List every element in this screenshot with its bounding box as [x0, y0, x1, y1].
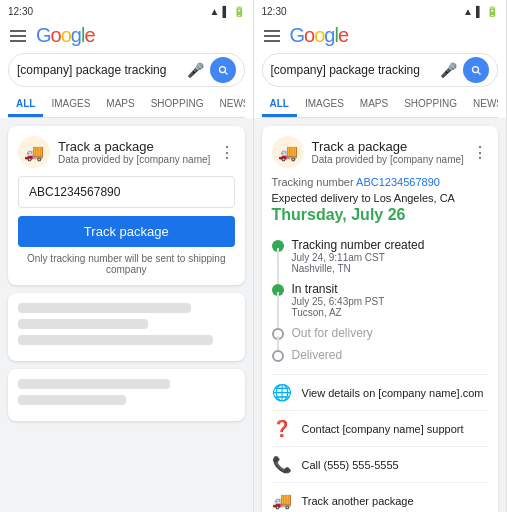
- mic-icon-left[interactable]: 🎤: [187, 62, 204, 78]
- action-row-1[interactable]: ❓Contact [company name] support: [272, 410, 489, 446]
- timeline-status-0: Tracking number created: [292, 238, 489, 252]
- timeline-dot-3: [272, 350, 284, 362]
- more-icon-right[interactable]: ⋮: [472, 143, 488, 162]
- tracking-input-left[interactable]: [18, 176, 235, 208]
- timeline: Tracking number createdJuly 24, 9:11am C…: [272, 234, 489, 366]
- logo-e: e: [84, 24, 94, 47]
- tab-images-right[interactable]: IMAGES: [297, 93, 352, 117]
- timeline-detail2-0: Nashville, TN: [292, 263, 489, 274]
- actions-container: 🌐View details on [company name].com❓Cont…: [272, 374, 489, 512]
- timeline-detail2-1: Tucson, AZ: [292, 307, 489, 318]
- timeline-item-1: In transitJuly 25, 6:43pm PSTTucson, AZ: [272, 278, 489, 322]
- logo-g-r: G: [290, 24, 305, 47]
- logo-g: G: [36, 24, 51, 47]
- timeline-detail1-0: July 24, 9:11am CST: [292, 252, 489, 263]
- action-row-2[interactable]: 📞Call (555) 555-5555: [272, 446, 489, 482]
- tracking-card-left: 🚚 Track a package Data provided by [comp…: [8, 126, 245, 285]
- status-time-right: 12:30: [262, 6, 287, 17]
- tab-images-left[interactable]: IMAGES: [43, 93, 98, 117]
- card-subtitle-left: Data provided by [company name]: [58, 154, 210, 165]
- wifi-icon-right: ▲: [463, 6, 473, 17]
- tab-news-left[interactable]: NEWS: [212, 93, 245, 117]
- action-label-0: View details on [company name].com: [302, 387, 484, 399]
- action-icon-2: 📞: [272, 455, 292, 474]
- tracking-card-right: 🚚 Track a package Data provided by [comp…: [262, 126, 499, 512]
- right-phone: 12:30 ▲ ▌ 🔋 G o o g l e 🎤: [254, 0, 508, 512]
- truck-icon-left: 🚚: [18, 136, 50, 168]
- delivery-date: Thursday, July 26: [272, 206, 489, 224]
- logo-e-r: e: [338, 24, 348, 47]
- header-top-left: G o o g l e: [8, 24, 245, 47]
- tab-news-right[interactable]: NEWS: [465, 93, 498, 117]
- skeleton-card-2: [8, 369, 245, 421]
- google-logo-left: G o o g l e: [36, 24, 95, 47]
- status-time-left: 12:30: [8, 6, 33, 17]
- timeline-status-3: Delivered: [292, 348, 489, 362]
- hamburger-menu-right[interactable]: [262, 28, 282, 44]
- logo-o2: o: [61, 24, 71, 47]
- delivery-label: Expected delivery to Los Angeles, CA: [272, 192, 489, 204]
- card-title-left: Track a package: [58, 139, 210, 154]
- track-button-left[interactable]: Track package: [18, 216, 235, 247]
- search-button-left[interactable]: [210, 57, 236, 83]
- card-title-right: Track a package: [312, 139, 464, 154]
- left-phone: 12:30 ▲ ▌ 🔋 G o o g l e 🎤: [0, 0, 254, 512]
- status-icons-left: ▲ ▌ 🔋: [210, 6, 245, 17]
- tab-all-left[interactable]: ALL: [8, 93, 43, 117]
- tracking-number-row: Tracking number ABC1234567890: [272, 176, 489, 188]
- action-row-0[interactable]: 🌐View details on [company name].com: [272, 374, 489, 410]
- google-logo-right: G o o g l e: [290, 24, 349, 47]
- tab-shopping-left[interactable]: SHOPPING: [143, 93, 212, 117]
- search-icons-left: 🎤: [187, 57, 236, 83]
- content-left: 🚚 Track a package Data provided by [comp…: [0, 118, 253, 512]
- tab-maps-right[interactable]: MAPS: [352, 93, 396, 117]
- nav-tabs-left: ALL IMAGES MAPS SHOPPING NEWS: [8, 93, 245, 118]
- battery-icon-right: 🔋: [486, 6, 498, 17]
- tab-all-right[interactable]: ALL: [262, 93, 297, 117]
- status-bar-left: 12:30 ▲ ▌ 🔋: [0, 0, 253, 20]
- timeline-item-2: Out for delivery: [272, 322, 489, 344]
- card-header-right: 🚚 Track a package Data provided by [comp…: [272, 136, 489, 168]
- action-label-3: Track another package: [302, 495, 414, 507]
- action-icon-3: 🚚: [272, 491, 292, 510]
- timeline-item-0: Tracking number createdJuly 24, 9:11am C…: [272, 234, 489, 278]
- action-row-3[interactable]: 🚚Track another package: [272, 482, 489, 512]
- logo-o2-r: o: [314, 24, 324, 47]
- logo-o1-r: o: [304, 24, 314, 47]
- action-icon-1: ❓: [272, 419, 292, 438]
- tracking-number-link[interactable]: ABC1234567890: [356, 176, 440, 188]
- action-icon-0: 🌐: [272, 383, 292, 402]
- search-icons-right: 🎤: [440, 57, 489, 83]
- logo-g2-r: g: [324, 24, 334, 47]
- search-bar-left[interactable]: 🎤: [8, 53, 245, 87]
- timeline-detail1-1: July 25, 6:43pm PST: [292, 296, 489, 307]
- header-left: G o o g l e 🎤 ALL IMAGES MAPS SHOPPING N…: [0, 20, 253, 118]
- action-label-1: Contact [company name] support: [302, 423, 464, 435]
- tracking-number-label: Tracking number: [272, 176, 354, 188]
- header-top-right: G o o g l e: [262, 24, 499, 47]
- hamburger-menu-left[interactable]: [8, 28, 28, 44]
- search-input-right[interactable]: [271, 63, 441, 77]
- tab-shopping-right[interactable]: SHOPPING: [396, 93, 465, 117]
- timeline-status-1: In transit: [292, 282, 489, 296]
- search-input-left[interactable]: [17, 63, 187, 77]
- logo-o1: o: [51, 24, 61, 47]
- mic-icon-right[interactable]: 🎤: [440, 62, 457, 78]
- more-icon-left[interactable]: ⋮: [219, 143, 235, 162]
- status-icons-right: ▲ ▌ 🔋: [463, 6, 498, 17]
- signal-icon-right: ▌: [476, 6, 483, 17]
- action-label-2: Call (555) 555-5555: [302, 459, 399, 471]
- card-subtitle-right: Data provided by [company name]: [312, 154, 464, 165]
- battery-icon: 🔋: [233, 6, 245, 17]
- signal-icon: ▌: [222, 6, 229, 17]
- card-header-left: 🚚 Track a package Data provided by [comp…: [18, 136, 235, 168]
- logo-g2: g: [71, 24, 81, 47]
- search-button-right[interactable]: [463, 57, 489, 83]
- timeline-status-2: Out for delivery: [292, 326, 489, 340]
- truck-icon-right: 🚚: [272, 136, 304, 168]
- tab-maps-left[interactable]: MAPS: [98, 93, 142, 117]
- nav-tabs-right: ALL IMAGES MAPS SHOPPING NEWS: [262, 93, 499, 118]
- search-bar-right[interactable]: 🎤: [262, 53, 499, 87]
- track-note-left: Only tracking number will be sent to shi…: [18, 253, 235, 275]
- skeleton-card-1: [8, 293, 245, 361]
